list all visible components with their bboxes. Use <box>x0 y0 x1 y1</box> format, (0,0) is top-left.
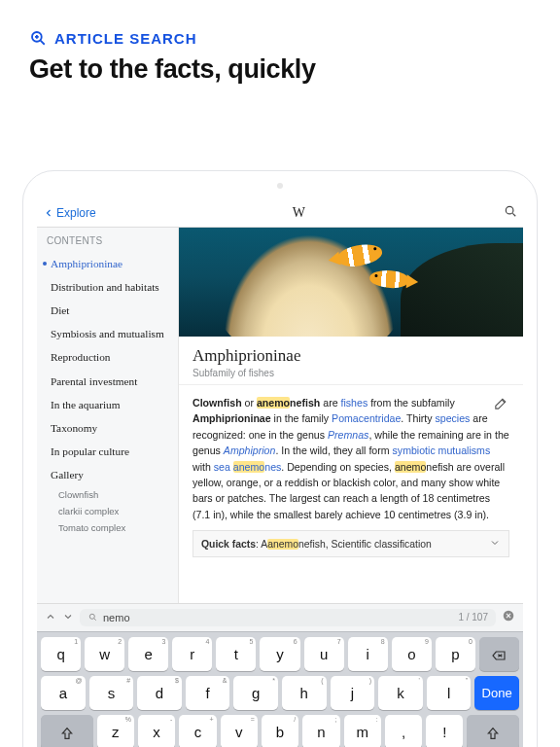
toc-subitem[interactable]: clarkii complex <box>37 503 178 519</box>
sidebar-heading: CONTENTS <box>37 235 178 252</box>
key-e[interactable]: e3 <box>128 637 168 671</box>
key-f[interactable]: f& <box>186 676 230 710</box>
toc-subitem[interactable]: Tomato complex <box>37 519 178 536</box>
promo-title: Get to the facts, quickly <box>29 54 531 85</box>
quick-facts-box[interactable]: Quick facts: Aanemonefish, Scientific cl… <box>192 530 509 557</box>
key-o[interactable]: o9 <box>392 637 432 671</box>
contents-sidebar: CONTENTS Amphiprioninae Distribution and… <box>37 228 179 603</box>
link-species[interactable]: species <box>435 412 470 424</box>
find-next-button[interactable] <box>62 609 74 626</box>
device-camera <box>277 183 283 189</box>
toc-item[interactable]: Gallery <box>37 463 178 486</box>
toc-item[interactable]: In popular culture <box>37 440 178 463</box>
key-z[interactable]: z% <box>97 715 134 747</box>
svg-line-1 <box>41 41 45 45</box>
find-prev-button[interactable] <box>45 609 56 626</box>
key-t[interactable]: t5 <box>216 637 256 671</box>
key-b[interactable]: b/ <box>262 715 298 747</box>
link-premnas[interactable]: Premnas <box>328 429 368 441</box>
find-close-button[interactable] <box>502 609 515 626</box>
link-fishes[interactable]: fishes <box>341 397 368 409</box>
edit-icon[interactable] <box>493 395 509 415</box>
tablet-frame: Explore W CONTENTS Amphiprioninae Distri… <box>22 170 538 747</box>
nav-bar: Explore W <box>37 198 523 228</box>
key-,[interactable]: , <box>385 715 422 747</box>
toc-item[interactable]: In the aquarium <box>37 393 178 416</box>
key-n[interactable]: n; <box>302 715 339 747</box>
promo-label: ARTICLE SEARCH <box>29 29 531 47</box>
link-amphiprion[interactable]: Amphiprion <box>224 445 276 456</box>
svg-point-4 <box>506 206 513 214</box>
article-body: Clownfish or anemonefish are fishes from… <box>179 385 523 530</box>
article-subtitle: Subfamily of fishes <box>192 368 509 378</box>
svg-line-5 <box>512 213 515 216</box>
key-special[interactable] <box>41 715 93 747</box>
search-button[interactable] <box>502 204 517 221</box>
key-r[interactable]: r4 <box>172 637 212 671</box>
toc-item[interactable]: Symbiosis and mutualism <box>37 322 178 345</box>
toc-subitem[interactable]: Clownfish <box>37 486 178 503</box>
key-s[interactable]: s# <box>89 676 134 710</box>
key-h[interactable]: h( <box>282 676 327 710</box>
key-p[interactable]: p0 <box>436 637 475 671</box>
find-input[interactable]: nemo 1 / 107 <box>80 609 496 626</box>
key-q[interactable]: q1 <box>41 637 81 671</box>
find-query-text: nemo <box>103 612 130 623</box>
toc-item[interactable]: Diet <box>37 299 178 322</box>
app-logo: W <box>96 205 502 221</box>
key-w[interactable]: w2 <box>85 637 124 671</box>
key-Done[interactable]: Done <box>474 676 519 710</box>
key-x[interactable]: x- <box>138 715 175 747</box>
search-icon <box>88 612 98 622</box>
key-k[interactable]: k' <box>378 676 423 710</box>
key-special[interactable] <box>479 637 519 671</box>
find-in-page-bar: nemo 1 / 107 <box>37 603 523 631</box>
key-a[interactable]: a@ <box>41 676 86 710</box>
key-v[interactable]: v= <box>221 715 258 747</box>
key-d[interactable]: d$ <box>137 676 182 710</box>
key-u[interactable]: u7 <box>304 637 344 671</box>
toc-item[interactable]: Distribution and habitats <box>37 275 178 299</box>
link-sea-anemones[interactable]: sea anemones <box>214 461 282 473</box>
svg-line-7 <box>94 619 96 621</box>
svg-point-6 <box>89 615 94 620</box>
toc-item[interactable]: Reproduction <box>37 345 178 369</box>
on-screen-keyboard: q1w2e3r4t5y6u7i8o9p0 a@s#d$f&g*h(j)k'l"D… <box>37 631 523 747</box>
key-special[interactable] <box>467 715 519 747</box>
key-m[interactable]: m: <box>344 715 381 747</box>
find-match-count: 1 / 107 <box>458 612 488 622</box>
link-pomacentridae[interactable]: Pomacentridae <box>332 412 401 424</box>
toc-item[interactable]: Amphiprioninae <box>37 252 178 275</box>
link-symbiotic[interactable]: symbiotic mutualisms <box>393 445 491 456</box>
key-g[interactable]: g* <box>233 676 278 710</box>
key-![interactable]: ! <box>426 715 463 747</box>
chevron-down-icon <box>489 537 501 551</box>
key-c[interactable]: c+ <box>179 715 216 747</box>
article-title: Amphiprioninae <box>192 346 509 366</box>
back-button[interactable]: Explore <box>43 206 96 220</box>
key-i[interactable]: i8 <box>348 637 388 671</box>
article-hero-image[interactable] <box>179 228 523 337</box>
key-y[interactable]: y6 <box>260 637 299 671</box>
toc-item[interactable]: Parental investment <box>37 370 178 393</box>
key-l[interactable]: l" <box>427 676 472 710</box>
key-j[interactable]: j) <box>331 676 375 710</box>
toc-item[interactable]: Taxonomy <box>37 416 178 440</box>
